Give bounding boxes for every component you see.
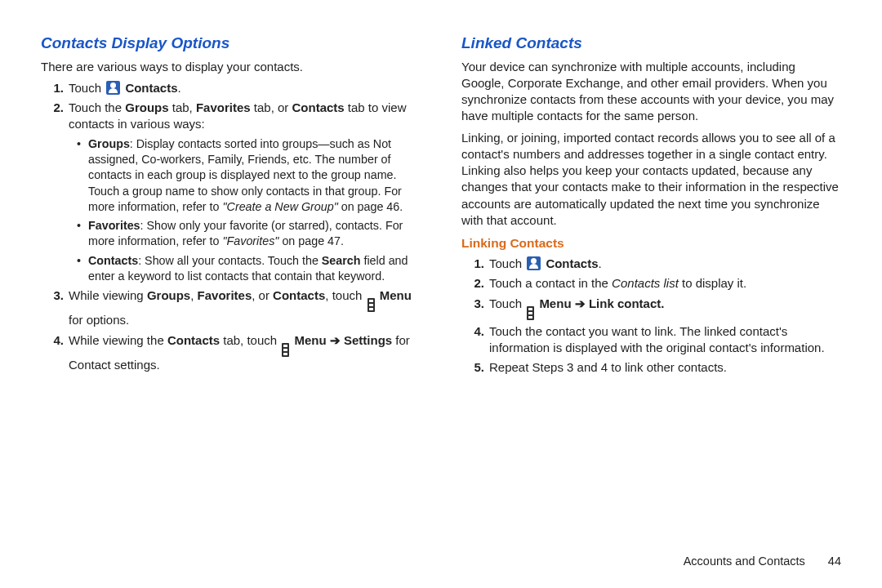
link-step-2: 2. Touch a contact in the Contacts list … <box>461 275 841 292</box>
page-footer: Accounts and Contacts 44 <box>684 554 841 570</box>
bullet-contacts: Contacts: Show all your contacts. Touch … <box>77 253 421 285</box>
left-column: Contacts Display Options There are vario… <box>41 33 421 379</box>
linked-paragraph-2: Linking, or joining, imported contact re… <box>461 130 841 229</box>
step-4: 4. While viewing the Contacts tab, touch… <box>41 332 421 373</box>
link-step-5: 5. Repeat Steps 3 and 4 to link other co… <box>461 359 841 376</box>
right-column: Linked Contacts Your device can synchron… <box>461 33 841 379</box>
link-step-4: 4. Touch the contact you want to link. T… <box>461 323 841 357</box>
step-3: 3. While viewing Groups, Favorites, or C… <box>41 287 421 328</box>
heading-contacts-display-options: Contacts Display Options <box>41 33 421 54</box>
contacts-icon <box>106 81 120 95</box>
step-2: 2. Touch the Groups tab, Favorites tab, … <box>41 100 421 284</box>
page-number: 44 <box>828 555 841 568</box>
contacts-icon <box>527 256 541 270</box>
display-options-steps: 1. Touch Contacts. 2. Touch the Groups t… <box>41 80 421 373</box>
bullet-groups: Groups: Display contacts sorted into gro… <box>77 136 421 215</box>
menu-icon <box>527 306 534 320</box>
contacts-label: Contacts <box>125 81 177 95</box>
step-1: 1. Touch Contacts. <box>41 80 421 96</box>
link-step-1: 1. Touch Contacts. <box>461 256 841 272</box>
heading-linked-contacts: Linked Contacts <box>461 33 841 54</box>
link-step-3: 3. Touch Menu ➔ Link contact. <box>461 296 841 320</box>
subheading-linking-contacts: Linking Contacts <box>461 235 841 252</box>
linked-paragraph-1: Your device can synchronize with multipl… <box>461 59 841 125</box>
menu-icon <box>282 343 289 357</box>
tab-descriptions: Groups: Display contacts sorted into gro… <box>77 136 421 285</box>
menu-icon <box>368 298 375 312</box>
bullet-favorites: Favorites: Show only your favorite (or s… <box>77 218 421 250</box>
linking-steps: 1. Touch Contacts. 2. Touch a contact in… <box>461 256 841 376</box>
footer-label: Accounts and Contacts <box>684 555 805 568</box>
intro-text: There are various ways to display your c… <box>41 59 421 75</box>
